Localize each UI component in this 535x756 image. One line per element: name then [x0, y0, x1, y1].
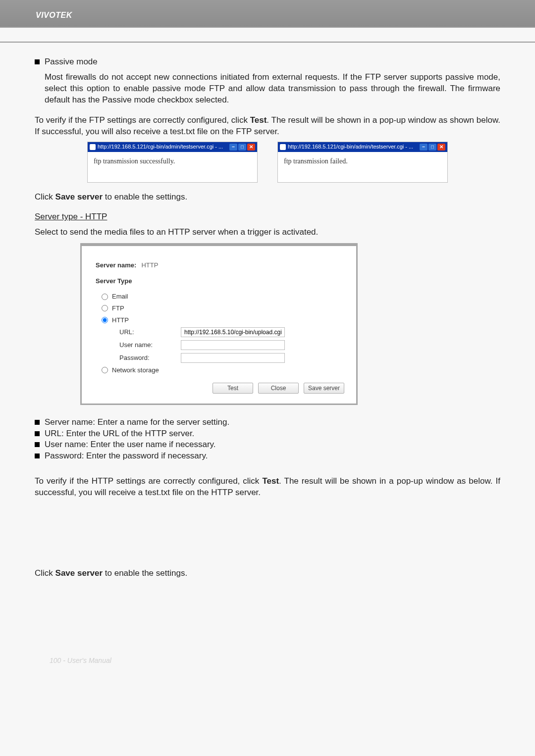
bullet-user-text: User name: Enter the user name if necess… [45, 439, 216, 451]
save-pre-2: Click [35, 568, 55, 578]
minimize-icon[interactable]: – [229, 144, 237, 151]
test-button[interactable]: Test [213, 383, 253, 394]
url-input[interactable] [181, 327, 285, 337]
bullet-pass-text: Password: Enter the password if necessar… [45, 451, 208, 462]
bullet-user: User name: Enter the user name if necess… [35, 439, 500, 451]
option-network-storage-label: Network storage [112, 366, 159, 375]
bullet-server-name-text: Server name: Enter a name for the server… [45, 417, 229, 428]
popup-success: http://192.168.5.121/cgi-bin/admin/tests… [87, 142, 258, 183]
page-footer: 100 - User's Manual [0, 649, 535, 664]
password-input[interactable] [181, 353, 285, 363]
server-name-value: HTTP [141, 261, 158, 270]
http-section-heading: Server type - HTTP [35, 212, 107, 221]
url-label: URL: [102, 328, 181, 337]
http-config-panel: Server name: HTTP Server Type Email FTP … [80, 243, 358, 404]
page-header: VIVOTEK [0, 0, 535, 28]
passive-mode-body: Most firewalls do not accept new connect… [35, 72, 500, 106]
bullet-url-text: URL: Enter the URL of the HTTP server. [45, 428, 194, 440]
server-type-heading: Server Type [96, 277, 344, 286]
save-bold: Save server [55, 192, 103, 202]
verify-http-text: To verify if the HTTP settings are corre… [35, 476, 500, 499]
ie-icon [280, 144, 286, 150]
popup-titlebar: http://192.168.5.121/cgi-bin/admin/tests… [88, 142, 257, 152]
close-button[interactable]: Close [258, 383, 299, 394]
save-server-button[interactable]: Save server [304, 383, 344, 394]
http-section-desc: Select to send the media files to an HTT… [35, 227, 500, 238]
server-name-label: Server name: [96, 261, 136, 270]
close-icon[interactable]: ✕ [247, 144, 255, 151]
passive-mode-item: Passive mode [35, 56, 500, 68]
popup-failed: http://192.168.5.121/cgi-bin/admin/tests… [277, 142, 448, 183]
option-ftp-label: FTP [112, 304, 124, 313]
verify-http-pre: To verify if the HTTP settings are corre… [35, 476, 262, 486]
bullet-icon [35, 442, 40, 447]
verify-http-bold: Test [262, 476, 279, 486]
bullet-icon [35, 420, 40, 425]
bullet-url: URL: Enter the URL of the HTTP server. [35, 428, 500, 440]
option-email[interactable]: Email [96, 292, 344, 301]
verify-ftp-pre: To verify if the FTP settings are correc… [35, 115, 250, 125]
popup-titlebar: http://192.168.5.121/cgi-bin/admin/tests… [278, 142, 447, 152]
radio-http[interactable] [102, 317, 108, 323]
popup-title: http://192.168.5.121/cgi-bin/admin/tests… [98, 143, 223, 151]
popup-title: http://192.168.5.121/cgi-bin/admin/tests… [288, 143, 413, 151]
username-label: User name: [102, 341, 181, 350]
close-icon[interactable]: ✕ [437, 144, 445, 151]
verify-ftp-bold: Test [250, 115, 267, 125]
radio-ftp[interactable] [102, 305, 108, 311]
brand-logo: VIVOTEK [36, 11, 72, 19]
radio-network-storage[interactable] [102, 367, 108, 373]
maximize-icon[interactable]: □ [428, 144, 436, 151]
save-server-text-1: Click Save server to enable the settings… [35, 192, 500, 203]
popup-body-success: ftp transmission successfully. [88, 152, 257, 182]
bullet-pass: Password: Enter the password if necessar… [35, 451, 500, 462]
passive-mode-title: Passive mode [45, 57, 98, 66]
ie-icon [90, 144, 96, 150]
save-server-text-2: Click Save server to enable the settings… [35, 568, 500, 579]
option-http[interactable]: HTTP [96, 316, 344, 325]
bullet-icon [35, 431, 40, 436]
minimize-icon[interactable]: – [420, 144, 428, 151]
bullet-server-name: Server name: Enter a name for the server… [35, 417, 500, 428]
option-network-storage[interactable]: Network storage [96, 366, 344, 375]
popup-body-failed: ftp transmission failed. [278, 152, 447, 182]
username-input[interactable] [181, 340, 285, 350]
save-pre: Click [35, 192, 55, 202]
option-http-label: HTTP [112, 316, 129, 325]
option-email-label: Email [112, 292, 128, 301]
password-label: Password: [102, 353, 181, 362]
radio-email[interactable] [102, 294, 108, 300]
save-bold-2: Save server [55, 568, 103, 578]
maximize-icon[interactable]: □ [238, 144, 246, 151]
bullet-icon [35, 59, 40, 64]
verify-ftp-text: To verify if the FTP settings are correc… [35, 115, 500, 138]
save-post: to enable the settings. [103, 192, 187, 202]
save-post-2: to enable the settings. [103, 568, 187, 578]
bullet-icon [35, 454, 40, 458]
option-ftp[interactable]: FTP [96, 304, 344, 313]
